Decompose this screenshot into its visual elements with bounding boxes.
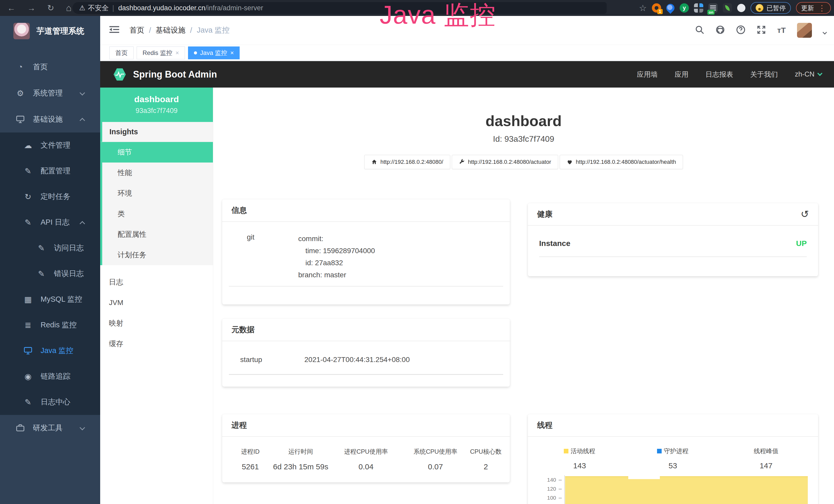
extension-icon-orange[interactable]: 1 [652,3,661,13]
sba-menu-caches[interactable]: 缓存 [100,334,213,354]
app-logo-avatar [13,23,30,39]
sidebar-item-log-center[interactable]: ✎ 日志中心 [0,389,100,415]
sba-menu-metrics[interactable]: 性能 [100,162,213,183]
heart-icon [567,159,573,165]
tab-java-monitor[interactable]: Java 监控 × [188,46,240,59]
sidebar-item-java-monitor[interactable]: Java 监控 [0,338,100,364]
extension-icon-grid[interactable] [694,3,703,13]
header-tools: тT [695,23,826,38]
extension-badge: 1 [657,9,663,14]
close-icon[interactable]: × [175,49,179,56]
paused-badge[interactable]: 已暂停 [750,2,791,14]
threads-card: 线程 活动线程 143 守护进程 53 [528,414,818,504]
sidebar-item-files[interactable]: ☁ 文件管理 [0,133,100,158]
sidebar-item-system[interactable]: ⚙ 系统管理 [0,80,100,106]
sba-instance-id: 93a3fc7f7409 [103,107,211,115]
tab-bar: 首页 Redis 监控 × Java 监控 × [100,45,834,61]
service-url-button[interactable]: http://192.168.0.2:48080/ [364,155,450,169]
page-title: dashboard [213,112,834,130]
help-icon[interactable] [736,25,745,36]
info-git-row: git commit: time: 1596289704000 id: 27aa… [229,222,503,286]
process-uptime: 6d 23h 15m 59s [271,462,331,471]
sidebar-item-config[interactable]: ✎ 配置管理 [0,158,100,184]
sba-instance-header[interactable]: dashboard 93a3fc7f7409 [100,88,213,122]
app-logo-row[interactable]: 芋道管理系统 [0,16,100,46]
update-button[interactable]: 更新 ⋮ [796,2,831,14]
chevron-up-icon [80,221,85,226]
extension-icon-y[interactable]: y [680,3,689,13]
sidebar-item-redis[interactable]: ≣ Redis 监控 [0,312,100,338]
address-bar[interactable]: ⚠ 不安全 | dashboard.yudao.iocoder.cn /infr… [72,2,607,14]
chevron-up-icon [80,118,85,123]
tab-home[interactable]: 首页 [109,46,134,59]
sidebar-item-dev-tools[interactable]: 研发工具 [0,415,100,441]
tab-redis-monitor[interactable]: Redis 监控 × [137,46,185,59]
y-axis-tick-100: 100 [528,495,556,501]
sba-language-select[interactable]: zh-CN [795,70,822,78]
process-cpu: 0.04 [331,462,401,471]
system-cpu: 0.07 [401,462,469,471]
process-table-header: 进程ID 运行时间 进程CPU使用率 系统CPU使用率 CPU核心数 [230,448,502,456]
health-instance-row: Instance UP [539,239,807,257]
user-menu-caret-icon[interactable] [823,30,827,35]
breadcrumb: 首页 / 基础设施 / Java 监控 [129,25,229,36]
actuator-url-button[interactable]: http://192.168.0.2:48080/actuator [452,155,558,169]
sba-nav-about[interactable]: 关于我们 [750,70,778,79]
axis-tick-mark [559,489,562,489]
sba-menu-environment[interactable]: 环境 [100,183,213,204]
user-avatar[interactable] [797,23,812,38]
reload-icon[interactable]: ↻ [47,3,54,13]
forward-icon[interactable]: → [27,3,36,13]
peak-threads-value: 147 [720,461,813,470]
browser-menu-icon[interactable]: ⋮ [818,4,826,13]
sidebar-item-home[interactable]: ◔ 首页 [0,54,100,80]
extensions-puzzle-icon[interactable] [737,4,745,12]
sidebar-item-access-log[interactable]: ✎ 访问日志 [0,235,100,261]
sidebar-item-api-logs[interactable]: ✎ API 日志 [0,209,100,235]
health-url-button[interactable]: http://192.168.0.2:48080/actuator/health [560,155,683,169]
sba-menu-config-props[interactable]: 配置属性 [100,224,213,245]
extension-icon-leaf[interactable] [723,3,732,13]
github-icon[interactable] [716,25,725,36]
security-warning[interactable]: ⚠ 不安全 [79,3,109,13]
sidebar-item-tracing[interactable]: ◉ 链路追踪 [0,364,100,389]
area-dip [628,476,660,479]
sba-nav-applications[interactable]: 应用 [675,70,688,79]
bookmark-star-icon[interactable]: ☆ [639,3,647,13]
sba-menu-mappings[interactable]: 映射 [100,313,213,334]
sba-nav-wallboard[interactable]: 应用墙 [637,70,658,79]
home-icon[interactable]: ⌂ [66,3,72,13]
history-icon[interactable]: ↺ [800,208,809,220]
close-icon[interactable]: × [230,49,234,56]
sba-menu-scheduled-tasks[interactable]: 计划任务 [100,245,213,265]
live-threads-area-series [565,476,808,504]
sba-menu-classes[interactable]: 类 [100,204,213,224]
sidebar-item-jobs[interactable]: ↻ 定时任务 [0,184,100,209]
chevron-down-icon [80,425,85,430]
extension-icon-switch[interactable]: on [708,3,718,13]
sba-brand[interactable]: Spring Boot Admin [112,67,217,82]
yellow-legend-swatch [564,449,568,453]
breadcrumb-infra[interactable]: 基础设施 [156,25,185,36]
sba-menu-loggers[interactable]: 日志 [100,272,213,293]
warning-icon: ⚠ [79,4,85,12]
sba-menu-details[interactable]: 细节 [100,142,213,162]
font-size-icon[interactable]: тT [777,26,786,35]
info-card: 信息 git commit: time: 1596289704000 id: 2… [222,199,510,304]
y-axis-line [564,475,565,504]
sidebar-fold-icon[interactable] [109,26,119,35]
edit-document-icon: ✎ [36,244,47,253]
back-icon[interactable]: ← [7,3,16,13]
sidebar-item-error-log[interactable]: ✎ 错误日志 [0,261,100,287]
metadata-startup-row: startup 2021-04-27T00:44:31.254+08:00 [229,356,503,375]
sba-nav-journal[interactable]: 日志报表 [705,70,733,79]
process-pid: 5261 [230,462,271,471]
search-icon[interactable] [695,25,704,36]
extension-on-badge: on [707,10,715,15]
extension-icon-pin[interactable] [664,2,676,14]
sidebar-item-mysql[interactable]: ▦ MySQL 监控 [0,287,100,312]
sidebar-item-infra[interactable]: 基础设施 [0,106,100,133]
breadcrumb-home[interactable]: 首页 [129,25,144,36]
fullscreen-icon[interactable] [757,25,766,36]
sba-menu-jvm[interactable]: JVM [100,293,213,313]
